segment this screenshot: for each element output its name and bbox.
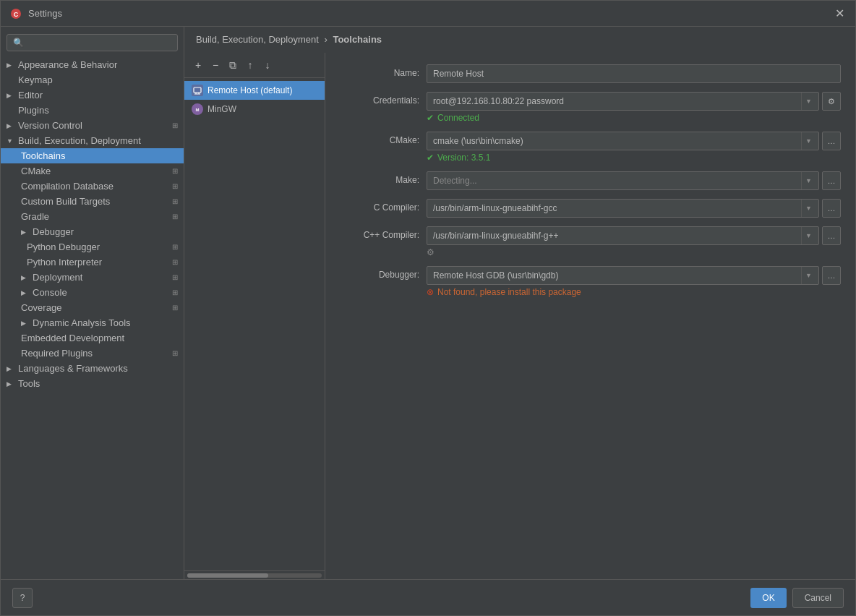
remote-host-icon [192,85,203,96]
debugger-input-row: Remote Host GDB (\usr\bin\gdb) ▼ … [427,266,841,285]
toolchain-items: Remote Host (default) M MinGW [184,78,325,570]
c-compiler-label: C Compiler: [340,199,419,213]
sidebar-item-required-plugins[interactable]: Required Plugins ⊞ [1,346,184,361]
dropdown-arrow-icon: ▼ [801,93,816,110]
sidebar-item-plugins[interactable]: Plugins [1,103,184,118]
credentials-status-row: ✔ Connected [427,113,841,123]
sidebar-item-gradle[interactable]: Gradle ⊞ [1,209,184,224]
scrollbar-area[interactable] [184,570,325,579]
make-browse-button[interactable]: … [822,171,841,190]
help-btn[interactable]: ? [12,588,33,608]
sidebar-item-toolchains[interactable]: Toolchains [1,148,184,163]
content-area: 🔍 ▶ Appearance & Behavior Keymap ▶ Edito… [1,27,855,579]
cmake-status-row: ✔ Version: 3.5.1 [427,153,841,163]
move-up-button[interactable]: ↑ [242,57,258,73]
mingw-icon: M [192,103,203,115]
toolchain-item-mingw[interactable]: M MinGW [184,100,325,119]
sidebar-item-version-control[interactable]: ▶ Version Control ⊞ [1,118,184,133]
check-icon: ✔ [427,113,434,123]
search-box[interactable]: 🔍 [7,34,178,51]
credentials-value: root@192.168.10.80:22 password [433,96,801,106]
sidebar-item-dynamic-analysis[interactable]: ▶ Dynamic Analysis Tools [1,315,184,330]
cmake-browse-button[interactable]: … [822,132,841,150]
sidebar-item-coverage[interactable]: Coverage ⊞ [1,300,184,315]
cpp-compiler-row: C++ Compiler: /usr/bin/arm-linux-gnueabi… [340,226,841,257]
cancel-button[interactable]: Cancel [792,588,844,608]
close-button[interactable]: ✕ [832,7,847,21]
make-label: Make: [340,171,419,185]
dropdown-arrow-icon: ▼ [801,267,816,284]
scrollbar-track[interactable] [187,573,322,578]
copy-button[interactable]: ⧉ [225,57,241,73]
sidebar-item-languages[interactable]: ▶ Languages & Frameworks [1,361,184,376]
ext-icon: ⊞ [172,167,178,175]
c-compiler-field: /usr/bin/arm-linux-gnueabihf-gcc ▼ … [427,199,841,218]
spacer [7,107,15,114]
c-compiler-browse-button[interactable]: … [822,199,841,218]
sidebar-item-keymap[interactable]: Keymap [1,72,184,87]
sidebar-item-console[interactable]: ▶ Console ⊞ [1,285,184,300]
sidebar-item-python-interpreter[interactable]: Python Interpreter ⊞ [1,254,184,270]
sidebar-item-build-execution[interactable]: ▼ Build, Execution, Deployment [1,133,184,148]
debugger-status: Not found, please install this package [437,287,581,297]
svg-rect-2 [194,87,201,93]
chevron-right-icon: ▶ [7,380,15,388]
ok-button[interactable]: OK [750,588,786,608]
name-label: Name: [340,64,419,78]
cmake-value: cmake (\usr\bin\cmake) [433,136,801,146]
help-button[interactable]: ? [12,588,33,608]
sidebar-item-deployment[interactable]: ▶ Deployment ⊞ [1,270,184,285]
cpp-compiler-dropdown[interactable]: /usr/bin/arm-linux-gnueabihf-g++ ▼ [427,226,819,245]
credentials-settings-button[interactable]: ⚙ [822,92,841,111]
toolchain-label: MinGW [207,104,236,114]
sidebar-item-compilation-db[interactable]: Compilation Database ⊞ [1,179,184,194]
check-icon: ✔ [427,153,434,163]
debugger-status-row: ⊗ Not found, please install this package [427,287,841,297]
debugger-field: Remote Host GDB (\usr\bin\gdb) ▼ … ⊗ Not… [427,266,841,297]
sidebar-item-cmake[interactable]: CMake ⊞ [1,163,184,179]
add-button[interactable]: + [190,57,206,73]
sidebar-item-custom-build-targets[interactable]: Custom Build Targets ⊞ [1,194,184,209]
cmake-dropdown[interactable]: cmake (\usr\bin\cmake) ▼ [427,132,819,150]
remove-button[interactable]: − [207,57,223,73]
ext-icon: ⊞ [172,273,178,281]
c-compiler-value: /usr/bin/arm-linux-gnueabihf-gcc [433,203,801,213]
ext-icon: ⊞ [172,304,178,312]
toolbar: + − ⧉ ↑ ↓ [184,53,325,78]
debugger-browse-button[interactable]: … [822,266,841,285]
cpp-detecting-row: ⚙ [427,247,841,257]
make-dropdown[interactable]: Detecting... ▼ [427,171,819,190]
c-compiler-dropdown[interactable]: /usr/bin/arm-linux-gnueabihf-gcc ▼ [427,199,819,218]
sidebar-item-appearance[interactable]: ▶ Appearance & Behavior [1,57,184,72]
ext-icon: ⊞ [172,182,178,190]
credentials-field: root@192.168.10.80:22 password ▼ ⚙ ✔ Con… [427,92,841,123]
sidebar-item-debugger[interactable]: ▶ Debugger [1,224,184,239]
move-down-button[interactable]: ↓ [260,57,275,73]
debugger-label: Debugger: [340,266,419,280]
credentials-dropdown[interactable]: root@192.168.10.80:22 password ▼ [427,92,819,111]
sidebar-item-tools[interactable]: ▶ Tools [1,376,184,391]
ext-icon: ⊞ [172,349,178,357]
debugger-dropdown[interactable]: Remote Host GDB (\usr\bin\gdb) ▼ [427,266,819,285]
cpp-compiler-value: /usr/bin/arm-linux-gnueabihf-g++ [433,231,801,241]
name-input[interactable] [427,64,841,83]
footer: ? OK Cancel [1,579,855,615]
dropdown-arrow-icon: ▼ [801,132,816,150]
cmake-label: CMake: [340,132,419,145]
sidebar-item-editor[interactable]: ▶ Editor [1,87,184,103]
name-row: Name: [340,64,841,83]
search-input[interactable] [28,38,171,48]
sidebar-item-embedded-dev[interactable]: Embedded Development [1,330,184,346]
sidebar-item-python-debugger[interactable]: Python Debugger ⊞ [1,239,184,254]
chevron-right-icon: ▶ [7,92,15,99]
toolchain-item-remote-host[interactable]: Remote Host (default) [184,81,325,100]
scrollbar-thumb [187,573,268,578]
cpp-compiler-browse-button[interactable]: … [822,226,841,245]
c-compiler-row: C Compiler: /usr/bin/arm-linux-gnueabihf… [340,199,841,218]
dropdown-arrow-icon: ▼ [801,200,816,217]
toolchain-label: Remote Host (default) [207,85,292,95]
credentials-row: Credentials: root@192.168.10.80:22 passw… [340,92,841,123]
chevron-right-icon: ▶ [7,365,15,372]
title-bar-text: Settings [28,8,832,19]
cpp-compiler-label: C++ Compiler: [340,226,419,240]
